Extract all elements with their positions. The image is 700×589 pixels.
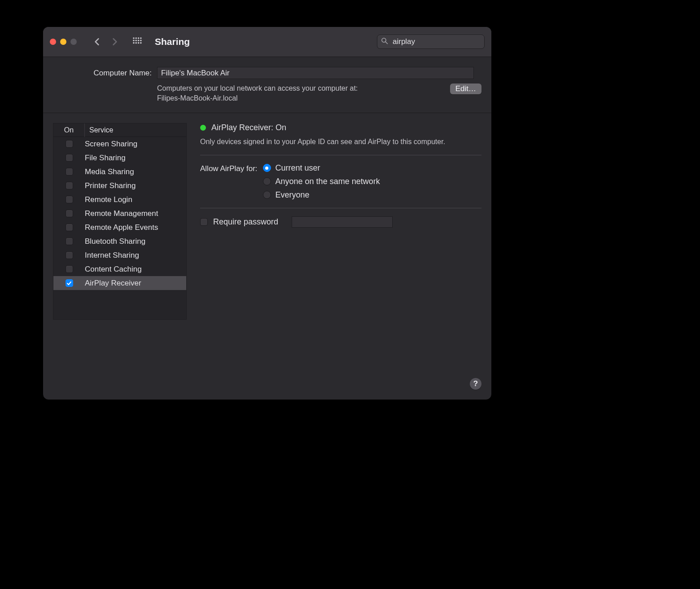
service-enable-checkbox[interactable]: [66, 210, 73, 217]
svg-point-1: [136, 37, 137, 39]
service-row[interactable]: Screen Sharing: [53, 137, 186, 151]
service-row[interactable]: AirPlay Receiver: [53, 276, 186, 290]
service-name: File Sharing: [85, 154, 186, 163]
sharing-preferences-window: Sharing Computer Name: Computers on your…: [43, 26, 492, 400]
hostname-info: Computers on your local network can acce…: [157, 84, 445, 103]
show-all-preferences-button[interactable]: [132, 37, 142, 47]
divider: [200, 208, 481, 208]
service-name: Remote Management: [85, 209, 186, 218]
service-name: Bluetooth Sharing: [85, 237, 186, 246]
radio-label: Anyone on the same network: [276, 177, 380, 186]
close-window-button[interactable]: [50, 39, 56, 45]
preference-pane-title: Sharing: [155, 36, 190, 47]
service-row[interactable]: Internet Sharing: [53, 248, 186, 262]
radio-button[interactable]: [263, 177, 271, 185]
zoom-window-button[interactable]: [70, 39, 77, 45]
service-name: Media Sharing: [85, 167, 186, 176]
service-row[interactable]: Remote Login: [53, 193, 186, 207]
service-detail-panel: AirPlay Receiver: On Only devices signed…: [200, 123, 481, 400]
column-on: On: [53, 123, 85, 137]
service-name: Remote Login: [85, 195, 186, 204]
service-enable-checkbox[interactable]: [66, 265, 73, 273]
allow-airplay-option[interactable]: Everyone: [263, 190, 380, 200]
radio-label: Current user: [276, 163, 320, 173]
service-row[interactable]: Content Caching: [53, 262, 186, 276]
svg-line-13: [385, 42, 387, 44]
back-button[interactable]: [93, 38, 101, 46]
services-rows: Screen SharingFile SharingMedia SharingP…: [53, 137, 186, 319]
service-row[interactable]: Media Sharing: [53, 165, 186, 179]
allow-airplay-option[interactable]: Anyone on the same network: [263, 177, 380, 186]
allow-airplay-label: Allow AirPlay for:: [200, 163, 258, 173]
service-enable-checkbox[interactable]: [66, 154, 73, 162]
status-title: AirPlay Receiver: On: [211, 123, 286, 132]
divider: [200, 155, 481, 155]
allow-airplay-option[interactable]: Current user: [263, 163, 380, 173]
service-name: AirPlay Receiver: [85, 279, 186, 288]
service-enable-checkbox[interactable]: [66, 182, 73, 189]
service-row[interactable]: File Sharing: [53, 151, 186, 165]
service-enable-checkbox[interactable]: [66, 224, 73, 231]
svg-point-4: [133, 40, 135, 42]
svg-point-10: [138, 42, 140, 44]
service-status: AirPlay Receiver: On: [200, 123, 481, 132]
computer-name-section: Computer Name: Computers on your local n…: [43, 57, 491, 113]
computer-name-label: Computer Name:: [53, 69, 152, 78]
service-enable-checkbox[interactable]: [66, 251, 73, 259]
service-name: Printer Sharing: [85, 181, 186, 190]
require-password-checkbox[interactable]: [200, 218, 208, 226]
svg-point-0: [133, 37, 135, 39]
require-password-field[interactable]: [292, 216, 393, 228]
services-table: On Service Screen SharingFile SharingMed…: [53, 123, 187, 320]
svg-point-6: [138, 40, 140, 42]
edit-hostname-button[interactable]: Edit…: [450, 84, 481, 94]
require-password-label: Require password: [213, 217, 278, 227]
service-row[interactable]: Printer Sharing: [53, 179, 186, 193]
svg-point-8: [133, 42, 135, 44]
status-indicator-icon: [200, 125, 206, 131]
service-name: Content Caching: [85, 265, 186, 274]
service-row[interactable]: Bluetooth Sharing: [53, 234, 186, 248]
search-input[interactable]: [392, 37, 489, 47]
search-icon: [381, 37, 388, 47]
traffic-lights: [50, 39, 77, 45]
radio-label: Everyone: [276, 190, 310, 200]
service-enable-checkbox[interactable]: [66, 237, 73, 245]
service-row[interactable]: Remote Apple Events: [53, 220, 186, 234]
radio-button[interactable]: [263, 191, 271, 199]
svg-point-5: [136, 40, 137, 42]
svg-point-11: [140, 42, 142, 44]
allow-airplay-group: Allow AirPlay for: Current userAnyone on…: [200, 163, 481, 200]
allow-airplay-options: Current userAnyone on the same networkEv…: [263, 163, 380, 200]
service-enable-checkbox[interactable]: [66, 168, 73, 176]
service-row[interactable]: Remote Management: [53, 207, 186, 220]
service-enable-checkbox[interactable]: [66, 140, 73, 148]
service-name: Internet Sharing: [85, 251, 186, 260]
service-name: Remote Apple Events: [85, 223, 186, 232]
svg-point-9: [136, 42, 137, 44]
content-area: Computer Name: Computers on your local n…: [43, 57, 491, 400]
computer-name-field[interactable]: [157, 67, 474, 79]
services-header: On Service: [53, 123, 186, 137]
forward-button[interactable]: [111, 38, 119, 46]
service-enable-checkbox[interactable]: [66, 196, 73, 203]
service-description: Only devices signed in to your Apple ID …: [200, 137, 481, 147]
minimize-window-button[interactable]: [60, 39, 66, 45]
service-enable-checkbox[interactable]: [66, 279, 73, 287]
column-service: Service: [85, 126, 186, 134]
main-section: On Service Screen SharingFile SharingMed…: [43, 113, 491, 400]
svg-point-7: [140, 40, 142, 42]
service-name: Screen Sharing: [85, 140, 186, 149]
nav-buttons: [93, 38, 119, 46]
search-field[interactable]: [377, 35, 485, 49]
help-button[interactable]: ?: [470, 378, 481, 390]
toolbar: Sharing: [43, 27, 491, 57]
svg-point-3: [140, 37, 142, 39]
require-password-row: Require password: [200, 216, 481, 228]
svg-point-2: [138, 37, 140, 39]
radio-button[interactable]: [263, 164, 271, 172]
